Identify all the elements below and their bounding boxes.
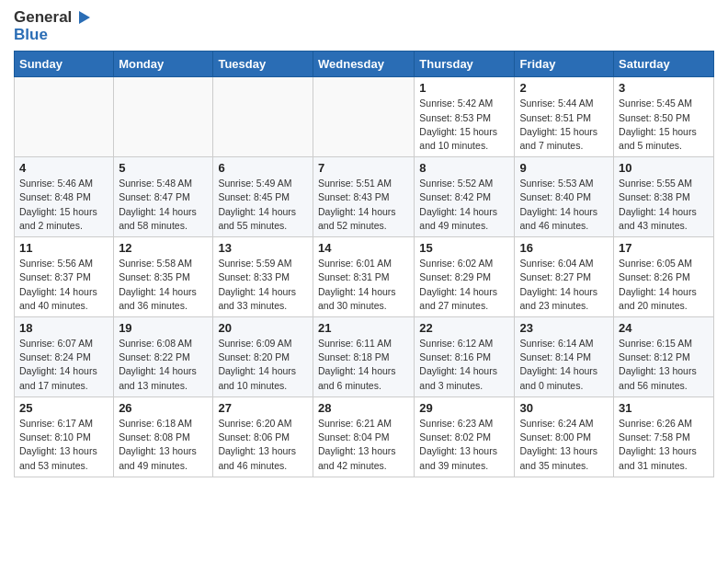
day-number: 5 [119,161,208,175]
calendar-week-2: 4Sunrise: 5:46 AM Sunset: 8:48 PM Daylig… [15,157,714,237]
day-number: 6 [218,161,308,175]
day-number: 27 [218,401,308,415]
day-info: Sunrise: 5:56 AM Sunset: 8:37 PM Dayligh… [19,257,108,313]
day-info: Sunrise: 5:53 AM Sunset: 8:40 PM Dayligh… [519,177,609,233]
calendar-cell: 2Sunrise: 5:44 AM Sunset: 8:51 PM Daylig… [515,77,614,157]
day-header-wednesday: Wednesday [313,52,414,77]
day-header-friday: Friday [515,52,614,77]
calendar-cell: 23Sunrise: 6:14 AM Sunset: 8:14 PM Dayli… [515,317,614,397]
logo-arrow-icon [74,9,90,26]
day-info: Sunrise: 5:49 AM Sunset: 8:45 PM Dayligh… [218,177,308,233]
calendar-cell: 19Sunrise: 6:08 AM Sunset: 8:22 PM Dayli… [114,317,213,397]
day-info: Sunrise: 6:08 AM Sunset: 8:22 PM Dayligh… [119,337,208,393]
day-number: 17 [619,241,709,255]
calendar-cell [114,77,213,157]
day-info: Sunrise: 6:26 AM Sunset: 7:58 PM Dayligh… [619,417,709,473]
calendar-cell: 16Sunrise: 6:04 AM Sunset: 8:27 PM Dayli… [515,237,614,317]
day-number: 15 [419,241,509,255]
calendar-week-5: 25Sunrise: 6:17 AM Sunset: 8:10 PM Dayli… [15,396,714,477]
logo: General Blue [14,9,90,43]
calendar-cell: 5Sunrise: 5:48 AM Sunset: 8:47 PM Daylig… [114,157,213,237]
calendar-cell: 3Sunrise: 5:45 AM Sunset: 8:50 PM Daylig… [614,77,714,157]
day-header-thursday: Thursday [415,52,515,77]
day-number: 1 [419,81,509,95]
day-info: Sunrise: 5:52 AM Sunset: 8:42 PM Dayligh… [419,177,509,233]
day-info: Sunrise: 5:48 AM Sunset: 8:47 PM Dayligh… [119,177,208,233]
day-number: 7 [318,161,409,175]
calendar-cell: 18Sunrise: 6:07 AM Sunset: 8:24 PM Dayli… [15,317,114,397]
day-number: 3 [619,81,709,95]
calendar-cell: 27Sunrise: 6:20 AM Sunset: 8:06 PM Dayli… [213,396,313,477]
day-info: Sunrise: 6:17 AM Sunset: 8:10 PM Dayligh… [19,417,108,473]
day-info: Sunrise: 6:12 AM Sunset: 8:16 PM Dayligh… [419,337,509,393]
calendar-cell: 30Sunrise: 6:24 AM Sunset: 8:00 PM Dayli… [515,396,614,477]
logo-blue-text: Blue [14,27,90,44]
day-info: Sunrise: 6:14 AM Sunset: 8:14 PM Dayligh… [519,337,609,393]
day-number: 28 [318,401,409,415]
calendar-cell: 7Sunrise: 5:51 AM Sunset: 8:43 PM Daylig… [313,157,414,237]
day-number: 23 [519,321,609,335]
calendar-week-1: 1Sunrise: 5:42 AM Sunset: 8:53 PM Daylig… [15,77,714,157]
calendar-cell: 25Sunrise: 6:17 AM Sunset: 8:10 PM Dayli… [15,396,114,477]
calendar-cell: 9Sunrise: 5:53 AM Sunset: 8:40 PM Daylig… [515,157,614,237]
calendar-cell: 22Sunrise: 6:12 AM Sunset: 8:16 PM Dayli… [415,317,515,397]
day-number: 22 [419,321,509,335]
day-info: Sunrise: 6:23 AM Sunset: 8:02 PM Dayligh… [419,417,509,473]
day-info: Sunrise: 5:59 AM Sunset: 8:33 PM Dayligh… [218,257,308,313]
day-info: Sunrise: 6:24 AM Sunset: 8:00 PM Dayligh… [519,417,609,473]
day-info: Sunrise: 5:46 AM Sunset: 8:48 PM Dayligh… [19,177,108,233]
calendar-cell: 15Sunrise: 6:02 AM Sunset: 8:29 PM Dayli… [415,237,515,317]
logo-container: General Blue [14,9,90,43]
day-number: 9 [519,161,609,175]
day-number: 20 [218,321,308,335]
day-number: 21 [318,321,409,335]
day-header-monday: Monday [114,52,213,77]
day-number: 4 [19,161,108,175]
day-info: Sunrise: 6:02 AM Sunset: 8:29 PM Dayligh… [419,257,509,313]
calendar-cell: 31Sunrise: 6:26 AM Sunset: 7:58 PM Dayli… [614,396,714,477]
day-number: 16 [519,241,609,255]
calendar-cell: 17Sunrise: 6:05 AM Sunset: 8:26 PM Dayli… [614,237,714,317]
calendar-cell [313,77,414,157]
day-number: 10 [619,161,709,175]
calendar-cell: 1Sunrise: 5:42 AM Sunset: 8:53 PM Daylig… [415,77,515,157]
day-info: Sunrise: 5:44 AM Sunset: 8:51 PM Dayligh… [519,97,609,153]
calendar-header-row: SundayMondayTuesdayWednesdayThursdayFrid… [15,52,714,77]
day-number: 14 [318,241,409,255]
day-number: 24 [619,321,709,335]
day-number: 18 [19,321,108,335]
day-number: 30 [519,401,609,415]
calendar-cell: 20Sunrise: 6:09 AM Sunset: 8:20 PM Dayli… [213,317,313,397]
day-number: 29 [419,401,509,415]
day-info: Sunrise: 6:15 AM Sunset: 8:12 PM Dayligh… [619,337,709,393]
calendar-cell: 28Sunrise: 6:21 AM Sunset: 8:04 PM Dayli… [313,396,414,477]
calendar-cell [213,77,313,157]
logo-general-text: General [14,9,72,27]
day-info: Sunrise: 6:18 AM Sunset: 8:08 PM Dayligh… [119,417,208,473]
day-info: Sunrise: 5:58 AM Sunset: 8:35 PM Dayligh… [119,257,208,313]
calendar-week-3: 11Sunrise: 5:56 AM Sunset: 8:37 PM Dayli… [15,237,714,317]
calendar-cell: 6Sunrise: 5:49 AM Sunset: 8:45 PM Daylig… [213,157,313,237]
day-info: Sunrise: 6:09 AM Sunset: 8:20 PM Dayligh… [218,337,308,393]
calendar-cell: 24Sunrise: 6:15 AM Sunset: 8:12 PM Dayli… [614,317,714,397]
day-number: 26 [119,401,208,415]
day-info: Sunrise: 6:04 AM Sunset: 8:27 PM Dayligh… [519,257,609,313]
calendar-cell: 13Sunrise: 5:59 AM Sunset: 8:33 PM Dayli… [213,237,313,317]
day-info: Sunrise: 6:07 AM Sunset: 8:24 PM Dayligh… [19,337,108,393]
calendar-cell: 21Sunrise: 6:11 AM Sunset: 8:18 PM Dayli… [313,317,414,397]
calendar-cell: 8Sunrise: 5:52 AM Sunset: 8:42 PM Daylig… [415,157,515,237]
calendar-cell: 10Sunrise: 5:55 AM Sunset: 8:38 PM Dayli… [614,157,714,237]
day-number: 2 [519,81,609,95]
day-header-sunday: Sunday [15,52,114,77]
day-info: Sunrise: 5:45 AM Sunset: 8:50 PM Dayligh… [619,97,709,153]
day-number: 13 [218,241,308,255]
calendar-cell: 29Sunrise: 6:23 AM Sunset: 8:02 PM Dayli… [415,396,515,477]
day-info: Sunrise: 5:42 AM Sunset: 8:53 PM Dayligh… [419,97,509,153]
calendar-table: SundayMondayTuesdayWednesdayThursdayFrid… [14,51,714,477]
day-number: 11 [19,241,108,255]
day-info: Sunrise: 6:21 AM Sunset: 8:04 PM Dayligh… [318,417,409,473]
day-info: Sunrise: 5:55 AM Sunset: 8:38 PM Dayligh… [619,177,709,233]
calendar-cell: 12Sunrise: 5:58 AM Sunset: 8:35 PM Dayli… [114,237,213,317]
day-info: Sunrise: 6:01 AM Sunset: 8:31 PM Dayligh… [318,257,409,313]
calendar-cell [15,77,114,157]
